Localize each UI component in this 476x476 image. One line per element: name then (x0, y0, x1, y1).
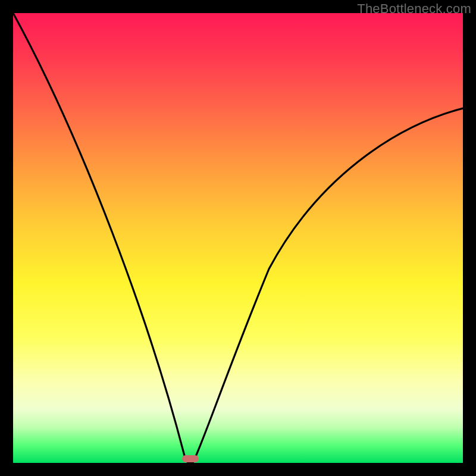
optimal-marker (182, 455, 199, 462)
gradient-plot-area (13, 13, 463, 463)
watermark-text: TheBottleneck.com (357, 1, 471, 17)
